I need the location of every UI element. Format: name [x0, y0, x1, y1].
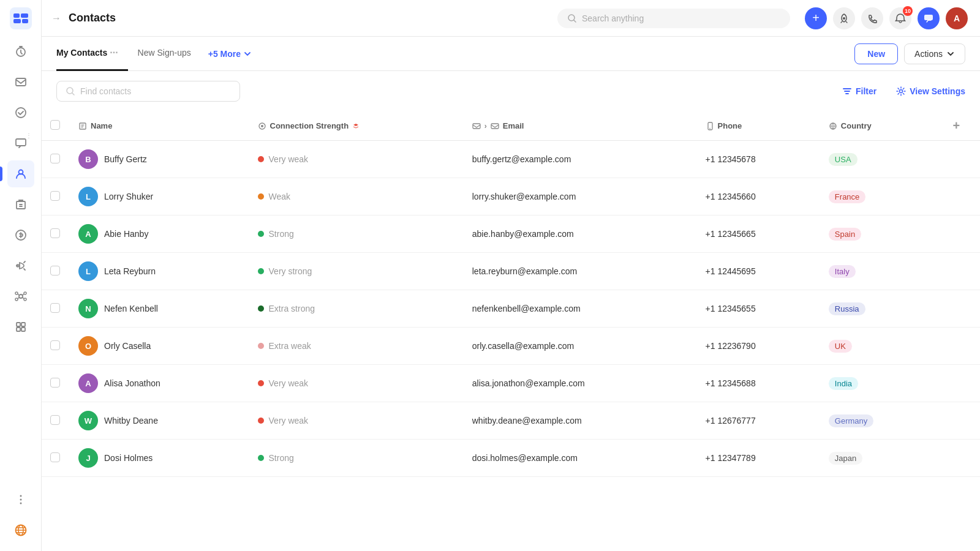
contact-avatar: N [78, 299, 98, 318]
phone-cell: +1 12345688 [696, 365, 819, 402]
country-cell: Italy [819, 253, 933, 290]
actions-button[interactable]: Actions [904, 43, 965, 64]
svg-rect-19 [17, 328, 20, 331]
strength-dot [258, 455, 264, 461]
select-all-checkbox[interactable] [50, 120, 60, 130]
phone-button[interactable] [861, 7, 883, 29]
sidebar-item-tasks[interactable] [7, 99, 34, 126]
tab-dots[interactable]: ··· [110, 47, 118, 58]
sidebar-item-network[interactable] [7, 283, 34, 310]
tab-new-signups[interactable]: New Sign-ups [128, 37, 201, 71]
sidebar-item-grid[interactable] [7, 313, 34, 340]
row-extra [933, 402, 980, 440]
svg-rect-18 [21, 323, 25, 326]
strength-label: Very weak [269, 416, 309, 425]
country-badge: USA [829, 153, 858, 166]
strength-cell: Strong [248, 216, 462, 253]
topbar: → Contacts Search anything + 10 A [42, 0, 980, 37]
strength-cell: Very weak [248, 141, 462, 178]
row-checkbox-cell[interactable] [42, 141, 69, 178]
svg-rect-5 [16, 78, 26, 86]
email-cell: abie.hanby@example.com [462, 216, 696, 253]
table-row: B Buffy Gertz Very weak buffy.gertz@exam… [42, 141, 980, 178]
filter-button[interactable]: Filter [842, 86, 876, 96]
email-cell: leta.reyburn@example.com [462, 253, 696, 290]
connection-strength-header: Connection Strength [248, 111, 462, 141]
svg-point-15 [15, 298, 18, 301]
sidebar-item-revenue[interactable] [7, 222, 34, 249]
global-search[interactable]: Search anything [557, 9, 790, 28]
back-arrow[interactable]: → [51, 13, 61, 24]
sidebar-item-more[interactable] [7, 486, 34, 513]
sidebar-item-company[interactable] [7, 191, 34, 218]
name-cell: W Whitby Deane [69, 402, 248, 440]
name-cell: A Alisa Jonathon [69, 365, 248, 402]
logo[interactable] [10, 7, 32, 29]
tab-my-contacts[interactable]: My Contacts ··· [56, 37, 128, 71]
row-checkbox[interactable] [50, 340, 60, 350]
row-checkbox-cell[interactable] [42, 216, 69, 253]
tabs-more-button[interactable]: +5 More [201, 49, 259, 59]
email-cell: orly.casella@example.com [462, 328, 696, 365]
phone-cell: +1 12445695 [696, 253, 819, 290]
sidebar-item-globe[interactable] [7, 517, 34, 544]
svg-rect-2 [13, 19, 21, 23]
email-cell: alisa.jonathon@example.com [462, 365, 696, 402]
country-badge: Germany [829, 414, 873, 427]
select-all-header[interactable] [42, 111, 69, 141]
table-row: W Whitby Deane Very weak whitby.deane@ex… [42, 402, 980, 440]
country-badge: UK [829, 340, 852, 353]
chat-button[interactable] [918, 7, 940, 29]
row-checkbox[interactable] [50, 415, 60, 425]
row-checkbox[interactable] [50, 303, 60, 313]
row-checkbox-cell[interactable] [42, 328, 69, 365]
country-badge: Spain [829, 228, 861, 241]
strength-label: Weak [269, 192, 291, 201]
contact-avatar: J [78, 448, 98, 468]
page-title: Contacts [69, 12, 116, 24]
strength-label: Very strong [269, 266, 312, 276]
add-button[interactable]: + [805, 7, 827, 29]
notifications-button[interactable]: 10 [889, 7, 911, 29]
strength-dot [258, 380, 264, 386]
sidebar-item-timer[interactable] [7, 38, 34, 65]
add-column-header[interactable]: + [933, 111, 980, 141]
row-checkbox-cell[interactable] [42, 440, 69, 477]
sidebar-item-contacts[interactable] [7, 160, 34, 187]
strength-dot [258, 418, 264, 424]
table-row: L Leta Reyburn Very strong leta.reyburn@… [42, 253, 980, 290]
view-settings-button[interactable]: View Settings [896, 86, 965, 96]
sidebar-item-marketing[interactable] [7, 252, 34, 279]
row-checkbox[interactable] [50, 452, 60, 462]
row-checkbox-cell[interactable] [42, 178, 69, 216]
contact-avatar: A [78, 373, 98, 393]
row-checkbox[interactable] [50, 191, 60, 201]
user-avatar[interactable]: A [946, 7, 968, 29]
row-checkbox-cell[interactable] [42, 290, 69, 328]
phone-cell: +1 12345660 [696, 178, 819, 216]
new-button[interactable]: New [854, 43, 898, 64]
sidebar-item-chat[interactable]: ⋮ [7, 130, 34, 157]
contacts-search[interactable]: Find contacts [56, 81, 240, 102]
row-checkbox[interactable] [50, 228, 60, 238]
row-checkbox[interactable] [50, 154, 60, 163]
sidebar-item-mail[interactable] [7, 69, 34, 96]
row-extra [933, 178, 980, 216]
rocket-button[interactable] [833, 7, 855, 29]
phone-cell: +1 12345678 [696, 141, 819, 178]
table-row: O Orly Casella Extra weak orly.casella@e… [42, 328, 980, 365]
country-badge: India [829, 377, 858, 390]
row-checkbox-cell[interactable] [42, 253, 69, 290]
phone-cell: +1 12347789 [696, 440, 819, 477]
row-checkbox-cell[interactable] [42, 365, 69, 402]
svg-rect-34 [473, 124, 480, 129]
row-checkbox[interactable] [50, 266, 60, 276]
contact-name: Abie Hanby [104, 229, 148, 239]
row-extra [933, 365, 980, 402]
row-checkbox[interactable] [50, 378, 60, 388]
notification-badge: 10 [903, 6, 913, 16]
filter-bar: Find contacts Filter View Settings [42, 71, 980, 111]
name-cell: N Nefen Kenbell [69, 290, 248, 328]
phone-cell: +1 12236790 [696, 328, 819, 365]
row-checkbox-cell[interactable] [42, 402, 69, 440]
